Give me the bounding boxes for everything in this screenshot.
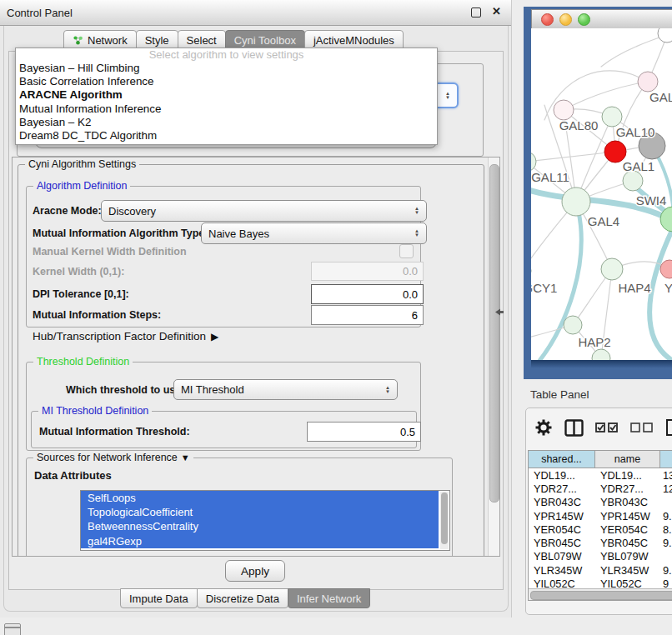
- expand-arrow-icon: ▶: [211, 331, 218, 342]
- algorithm-option[interactable]: Basic Correlation Inference: [16, 75, 437, 88]
- table-toolbar: [534, 418, 672, 437]
- split-panel-icon[interactable]: [564, 419, 584, 437]
- table-row[interactable]: YDR27...YDR27...12: [529, 482, 672, 495]
- unchecked-attributes-icon[interactable]: [630, 422, 654, 433]
- table-row[interactable]: YLR345WYLR345W9.: [529, 563, 672, 577]
- list-scrollbar[interactable]: [440, 492, 449, 549]
- network-edge: [564, 82, 648, 110]
- network-node[interactable]: [602, 107, 622, 127]
- list-scrollbar-thumb[interactable]: [441, 492, 448, 544]
- column-header[interactable]: name: [595, 451, 660, 468]
- table-row[interactable]: YBR045CYBR045C9.: [529, 536, 672, 549]
- settings-scrollbar[interactable]: [488, 158, 499, 556]
- mac-close-icon[interactable]: [541, 13, 554, 26]
- cyni-bottom-tabs: Impute DataDiscretize DataInfer Network: [121, 588, 370, 608]
- aracne-mode-label: Aracne Mode:: [33, 205, 102, 217]
- node-label: GAL10: [616, 125, 655, 139]
- table-hscrollbar-thumb[interactable]: [530, 591, 672, 600]
- settings-scrollbar-thumb[interactable]: [489, 164, 499, 502]
- data-attributes-label: Data Attributes: [34, 469, 112, 482]
- which-threshold-select[interactable]: MI Threshold ▲▼: [173, 379, 398, 400]
- window-title: Control Panel: [7, 7, 73, 19]
- settings-scroll-area: Cyni Algorithm Settings Algorithm Defini…: [12, 157, 500, 557]
- table-cell: YLR345W: [595, 563, 660, 577]
- tab-impute-data[interactable]: Impute Data: [120, 588, 198, 608]
- spinner-arrows-icon: ▲▼: [385, 386, 390, 394]
- cyni-settings-group-title: Cyni Algorithm Settings: [25, 158, 139, 170]
- network-window-titlebar[interactable]: [531, 9, 672, 30]
- network-node[interactable]: [660, 260, 672, 278]
- table-panel-title: Table Panel: [530, 388, 589, 401]
- column-header[interactable]: shared...: [529, 451, 595, 468]
- table-cell: YBR045C: [529, 536, 595, 549]
- tab-infer-network[interactable]: Infer Network: [288, 588, 370, 608]
- table-cell: 9.: [660, 509, 672, 522]
- network-edge: [601, 35, 667, 67]
- panel-grip-icon[interactable]: [4, 623, 21, 635]
- mi-steps-label: Mutual Information Steps:: [33, 309, 161, 321]
- mac-minimize-icon[interactable]: [559, 13, 572, 26]
- network-edge: [531, 152, 615, 162]
- algorithm-option-list: Bayesian – Hill ClimbingBasic Correlatio…: [16, 62, 437, 142]
- hub-definition-toggle[interactable]: Hub/Transcription Factor Definition ▶: [33, 330, 218, 342]
- float-icon[interactable]: [471, 8, 481, 18]
- table-row[interactable]: YDL19...YDL19...13: [529, 468, 672, 482]
- dpi-tolerance-field[interactable]: 0.0: [311, 284, 424, 304]
- mac-zoom-icon[interactable]: [578, 13, 590, 26]
- algorithm-definition-title: Algorithm Definition: [33, 180, 130, 192]
- attribute-item[interactable]: BetweennessCentrality: [81, 519, 439, 533]
- mi-threshold-group-title: MI Threshold Definition: [38, 405, 152, 417]
- column-header[interactable]: [660, 451, 672, 468]
- attribute-item[interactable]: TopologicalCoefficient: [81, 505, 439, 519]
- table-row[interactable]: YER054CYER054C8.: [529, 522, 672, 536]
- algorithm-option[interactable]: Bayesian – K2: [16, 116, 437, 129]
- network-node[interactable]: [564, 316, 582, 334]
- network-node[interactable]: [638, 72, 658, 92]
- table-hscrollbar[interactable]: [529, 588, 672, 600]
- kernel-width-field[interactable]: 0.0: [311, 262, 424, 281]
- network-canvas[interactable]: GALGAL80GAL10GAL1GAL11SWI4GAL4GCY1HAP4YH…: [531, 28, 672, 360]
- network-node[interactable]: [623, 171, 643, 191]
- mi-steps-field[interactable]: 6: [311, 305, 424, 325]
- page-icon[interactable]: [665, 418, 672, 437]
- tab-discretize-data[interactable]: Discretize Data: [197, 588, 288, 608]
- attribute-item[interactable]: SelfLoops: [81, 491, 439, 505]
- gear-icon[interactable]: [534, 418, 553, 437]
- table-row[interactable]: YPR145WYPR145W9.: [529, 509, 672, 522]
- algorithm-dropdown-placeholder: Select algorithm to view settings: [16, 48, 437, 62]
- table-cell: 8.: [660, 522, 672, 536]
- network-node[interactable]: [658, 28, 672, 42]
- dpi-tolerance-label: DPI Tolerance [0,1]:: [33, 288, 129, 300]
- network-node[interactable]: [562, 188, 590, 216]
- which-threshold-label: Which threshold to use:: [66, 384, 184, 396]
- network-node[interactable]: [601, 258, 623, 280]
- mi-type-label: Mutual Information Algorithm Type:: [33, 228, 208, 239]
- tab-label: jActiveMNodules: [313, 34, 394, 47]
- attribute-item[interactable]: gal4RGexp: [81, 534, 439, 548]
- algorithm-option[interactable]: Dream8 DC_TDC Algorithm: [16, 129, 437, 142]
- mi-type-select[interactable]: Naive Bayes ▲▼: [201, 222, 427, 244]
- table-cell: YBR043C: [529, 496, 595, 509]
- table-cell: YLR345W: [529, 563, 595, 577]
- apply-button[interactable]: Apply: [225, 560, 285, 582]
- table-row[interactable]: YBL079WYBL079W: [529, 550, 672, 563]
- sources-group-title-wrap[interactable]: Sources for Network Inference ▼: [33, 452, 193, 463]
- manual-kernel-label: Manual Kernel Width Definition: [33, 246, 187, 258]
- aracne-mode-select[interactable]: Discovery ▲▼: [101, 200, 427, 222]
- mi-threshold-field[interactable]: 0.5: [307, 422, 421, 442]
- network-node[interactable]: [554, 100, 574, 120]
- table-cell: YPR145W: [595, 509, 660, 522]
- which-threshold-value: MI Threshold: [181, 383, 244, 396]
- mi-threshold-label: Mutual Information Threshold:: [39, 426, 190, 438]
- close-icon[interactable]: ✕: [492, 5, 501, 18]
- manual-kernel-checkbox[interactable]: [399, 244, 414, 258]
- window-shadow: [531, 360, 672, 368]
- algorithm-option[interactable]: ARACNE Algorithm: [16, 88, 437, 102]
- tab-label: Network: [88, 34, 128, 47]
- checked-attributes-icon[interactable]: [595, 422, 619, 433]
- algorithm-option[interactable]: Bayesian – Hill Climbing: [16, 62, 437, 75]
- table-row[interactable]: YBR043CYBR043C: [529, 496, 672, 509]
- table-header: shared...name: [529, 451, 672, 468]
- node-label: Y: [664, 281, 672, 295]
- algorithm-option[interactable]: Mutual Information Inference: [16, 102, 437, 116]
